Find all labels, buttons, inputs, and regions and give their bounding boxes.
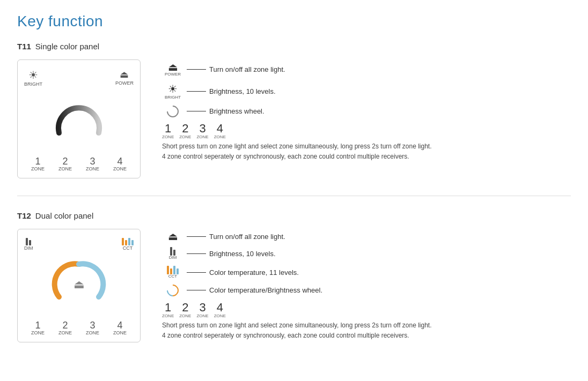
t11-panel: ☀ BRIGHT ⏏ POWER xyxy=(17,59,141,178)
t11-fz-2: 2 ZONE xyxy=(179,123,191,139)
t12-feature-power: ⏏ Turn on/off all zone light. xyxy=(162,231,571,242)
t12-zone-3: 3 ZONE xyxy=(86,320,99,335)
t11-power-icon: ⏏ xyxy=(120,69,129,80)
t12-model: T12 xyxy=(17,211,31,220)
section-divider xyxy=(17,196,571,196)
t11-zone-4: 4 ZONE xyxy=(113,156,127,171)
t12-zone-2: 2 ZONE xyxy=(58,320,72,335)
t11-bright-label: BRIGHT xyxy=(24,81,42,87)
t12-fi-cct-text: Color temperature, 11 levels. xyxy=(209,268,299,277)
section-t12-title: T12Dual color panel xyxy=(17,211,571,220)
t12-feature-dim: DIM Brightness, 10 levels. xyxy=(162,247,571,260)
t11-feature-brightness: ☀ BRIGHT Brightness, 10 levels. xyxy=(162,83,571,100)
t12-feature-cct: CCT Color temperature, 11 levels. xyxy=(162,266,571,279)
t12-fi-wheel xyxy=(162,285,183,296)
t11-fi-bright-icon: ☀ xyxy=(168,83,178,95)
t12-cct-bar1 xyxy=(122,238,124,245)
t11-power-label: POWER xyxy=(115,80,134,86)
t11-fz-4: 4 ZONE xyxy=(214,123,226,139)
t12-cct-bar2 xyxy=(125,240,127,245)
t12-fi-cct: CCT xyxy=(162,266,183,279)
t12-fi-cct-bar3 xyxy=(173,266,175,274)
t12-fi-dim-icon xyxy=(170,247,175,256)
t11-fz-1: 1 ZONE xyxy=(162,123,174,139)
t11-fi-bright: ☀ BRIGHT xyxy=(162,83,183,100)
t12-cct-icon xyxy=(122,238,134,245)
t12-fi-power-icon: ⏏ xyxy=(168,231,178,242)
t11-feature-wheel: Brightness wheel. xyxy=(162,106,571,117)
t11-fi-wheel xyxy=(162,106,183,117)
t12-fz-1: 1 ZONE xyxy=(162,302,174,318)
t11-fi-bright-label: BRIGHT xyxy=(165,95,181,100)
t12-dim-icon xyxy=(26,238,31,245)
t12-dim-bar1 xyxy=(26,238,28,245)
t11-feature-list: ⏏ POWER Turn on/off all zone light. ☀ BR… xyxy=(162,59,571,162)
svg-text:⏏: ⏏ xyxy=(74,278,85,291)
section-t11: T11Single color panel ☀ BRIGHT ⏏ POWER xyxy=(17,42,571,178)
t12-fi-dim-text: Brightness, 10 levels. xyxy=(209,250,276,258)
t12-feature-zones: 1 ZONE 2 ZONE 3 ZONE 4 ZONE xyxy=(162,302,571,318)
t12-fz-2: 2 ZONE xyxy=(179,302,191,318)
t12-fi-cct-icon xyxy=(167,266,179,274)
t12-panel-zones: 1 ZONE 2 ZONE 3 ZONE 4 ZONE xyxy=(24,320,134,335)
t12-dim-label: DIM xyxy=(24,245,33,251)
t11-wheel-container xyxy=(24,91,134,150)
t11-content: ☀ BRIGHT ⏏ POWER xyxy=(17,59,571,178)
t12-fi-dim-line xyxy=(187,253,206,254)
t12-wheel-svg: ⏏ xyxy=(49,255,108,314)
t12-feature-list: ⏏ Turn on/off all zone light. DIM Bright… xyxy=(162,229,571,341)
t12-name: Dual color panel xyxy=(35,211,93,220)
t11-wheel-svg xyxy=(49,91,108,150)
t11-fi-power-line xyxy=(187,69,206,70)
t12-feature-wheel: Color temperature/Brightness wheel. xyxy=(162,285,571,296)
t12-fi-power-text: Turn on/off all zone light. xyxy=(209,233,285,241)
t12-zone-1: 1 ZONE xyxy=(31,320,45,335)
t11-fi-power: ⏏ POWER xyxy=(162,62,183,77)
t12-fi-wheel-icon xyxy=(164,282,181,298)
t11-panel-icons: ☀ BRIGHT ⏏ POWER xyxy=(24,69,134,87)
t11-panel-zones: 1 ZONE 2 ZONE 3 ZONE 4 ZONE xyxy=(24,156,134,171)
t11-fi-power-label: POWER xyxy=(165,72,181,77)
t11-fi-wheel-line xyxy=(187,111,206,111)
t12-cct-label: CCT xyxy=(123,245,133,251)
section-t11-title: T11Single color panel xyxy=(17,42,571,51)
t12-fi-dim-bar1 xyxy=(170,247,172,256)
t12-fi-wheel-text: Color temperature/Brightness wheel. xyxy=(209,286,322,294)
t12-zone-4: 4 ZONE xyxy=(113,320,127,335)
t12-fi-cct-bar1 xyxy=(167,266,169,274)
t11-fi-wheel-icon xyxy=(164,103,181,119)
t12-wheel-container: ⏏ xyxy=(24,255,134,314)
t11-zone-1: 1 ZONE xyxy=(31,156,45,171)
t12-cct-bar3 xyxy=(128,238,130,245)
t12-fi-dim-label: DIM xyxy=(169,256,177,260)
t12-fz-4: 4 ZONE xyxy=(214,302,226,318)
t11-feature-zones: 1 ZONE 2 ZONE 3 ZONE 4 ZONE xyxy=(162,123,571,139)
t11-fz-3: 3 ZONE xyxy=(196,123,208,139)
t11-fi-bright-line xyxy=(187,91,206,92)
t11-fi-bright-text: Brightness, 10 levels. xyxy=(209,87,276,95)
t11-name: Single color panel xyxy=(35,42,99,51)
t11-zone-2: 2 ZONE xyxy=(58,156,72,171)
t12-fi-power: ⏏ xyxy=(162,231,183,242)
t12-fi-power-line xyxy=(187,236,206,237)
t12-panel: DIM CCT xyxy=(17,229,141,342)
t12-content: DIM CCT xyxy=(17,229,571,342)
page-title: Key function xyxy=(17,13,571,30)
t11-zone-3: 3 ZONE xyxy=(86,156,99,171)
t11-sun-icon: ☀ xyxy=(28,69,38,81)
t12-fi-cct-label: CCT xyxy=(168,274,177,279)
section-t12: T12Dual color panel DIM xyxy=(17,211,571,342)
t11-fi-power-text: Turn on/off all zone light. xyxy=(209,65,285,73)
t11-fi-wheel-text: Brightness wheel. xyxy=(209,107,264,115)
t11-bright-icon-group: ☀ BRIGHT xyxy=(24,69,42,87)
t11-power-icon-group: ⏏ POWER xyxy=(115,69,134,86)
t12-dim-bar2 xyxy=(29,240,31,245)
t12-dim-icon-group: DIM xyxy=(24,238,33,251)
t11-model: T11 xyxy=(17,42,31,51)
t12-panel-icons: DIM CCT xyxy=(24,238,134,251)
t12-fi-cct-line xyxy=(187,272,206,273)
t11-feature-power: ⏏ POWER Turn on/off all zone light. xyxy=(162,62,571,77)
t12-fz-3: 3 ZONE xyxy=(196,302,208,318)
t12-cct-bar4 xyxy=(131,240,134,245)
t11-fi-power-icon: ⏏ xyxy=(168,62,178,72)
